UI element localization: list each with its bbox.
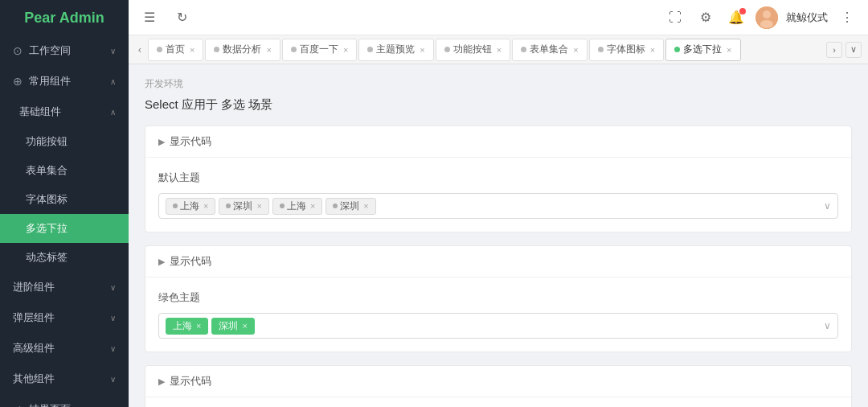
default-theme-section: 默认主题 上海 × 深圳 × 上海 × xyxy=(145,158,851,232)
tab-label: 字体图标 xyxy=(607,43,645,56)
content-area: 开发环境 Select 应用于 多选 场景 ▶ 显示代码 默认主题 上海 × xyxy=(129,64,868,407)
select-dropdown-icon: ∨ xyxy=(824,200,831,212)
tab-close-icon[interactable]: × xyxy=(573,45,578,55)
sidebar-item-result[interactable]: ✓ 结果页面 ∨ xyxy=(0,394,129,407)
tag-dot-icon xyxy=(173,204,178,208)
tab-label: 功能按钮 xyxy=(453,43,492,56)
env-label: 开发环境 xyxy=(145,77,852,91)
tab-字体图标[interactable]: 字体图标× xyxy=(589,39,664,61)
workspace-icon: ⊙ xyxy=(13,44,23,57)
username-button[interactable]: 就鲸仪式 xyxy=(786,10,828,25)
bell-icon[interactable]: 🔔 xyxy=(725,6,747,29)
toggle-arrow-icon: ▶ xyxy=(158,376,165,387)
page-title: Select 应用于 多选 场景 xyxy=(145,97,852,113)
general-theme-section: 通用主题 上海 × 深圳 × ∨ xyxy=(145,397,851,407)
tabs-list: 首页×数据分析×百度一下×主题预览×功能按钮×表单集合×字体图标×多选下拉× xyxy=(148,39,826,61)
tag-shenzhen-green: 深圳 × xyxy=(211,318,254,335)
tab-功能按钮[interactable]: 功能按钮× xyxy=(436,39,510,61)
toggle-arrow-icon: ▶ xyxy=(158,137,165,147)
tab-首页[interactable]: 首页× xyxy=(148,39,203,61)
tab-dot-icon xyxy=(444,47,450,52)
tag-close-icon[interactable]: × xyxy=(203,201,208,211)
sidebar-item-label: 工作空间 xyxy=(29,43,104,58)
sidebar-item-form-set[interactable]: 表单集合 xyxy=(0,156,129,185)
settings-icon[interactable]: ⚙ xyxy=(694,6,717,29)
sidebar-item-func-btn[interactable]: 功能按钮 xyxy=(0,127,129,156)
tab-表单集合[interactable]: 表单集合× xyxy=(512,39,587,61)
sidebar-item-modal[interactable]: 弹层组件 ∨ xyxy=(0,302,129,333)
green-theme-select[interactable]: 上海 × 深圳 × ∨ xyxy=(158,313,838,339)
sidebar-item-advanced[interactable]: 进阶组件 ∨ xyxy=(0,272,129,302)
tag-close-icon[interactable]: × xyxy=(196,321,201,331)
tab-多选下拉[interactable]: 多选下拉× xyxy=(665,39,740,61)
fullscreen-icon[interactable]: ⛶ xyxy=(664,6,686,29)
tab-dot-icon xyxy=(598,47,604,52)
svg-point-1 xyxy=(763,10,771,18)
sidebar-item-dynamic-tag[interactable]: 动态标签 xyxy=(0,243,129,272)
tabs-scroll-down[interactable]: ∨ xyxy=(845,42,862,58)
tab-close-icon[interactable]: × xyxy=(727,45,731,55)
tabs-scroll-right[interactable]: › xyxy=(826,42,842,58)
sidebar-item-common[interactable]: ⊕ 常用组件 ∧ xyxy=(0,66,129,97)
chevron-up-icon: ∧ xyxy=(110,108,116,117)
green-theme-card: ▶ 显示代码 绿色主题 上海 × 深圳 × ∨ xyxy=(145,245,852,352)
tab-dot-icon xyxy=(214,47,219,52)
sidebar-item-basic[interactable]: 基础组件 ∧ xyxy=(0,97,129,127)
main-area: ☰ ↻ ⛶ ⚙ 🔔 就鲸仪 xyxy=(129,0,868,407)
sidebar-item-high-level[interactable]: 高级组件 ∨ xyxy=(0,333,129,364)
notification-badge xyxy=(739,8,746,14)
tag-shanghai-green: 上海 × xyxy=(166,318,208,335)
tag-dot-icon xyxy=(226,204,231,208)
tag-close-icon[interactable]: × xyxy=(363,201,368,211)
tag-shanghai-2: 上海 × xyxy=(272,198,322,215)
tab-dot-icon xyxy=(367,47,373,52)
tab-close-icon[interactable]: × xyxy=(650,45,655,55)
tab-close-icon[interactable]: × xyxy=(343,45,348,55)
refresh-icon[interactable]: ↻ xyxy=(170,6,193,29)
select-dropdown-icon: ∨ xyxy=(824,320,831,331)
chevron-down-icon: ∨ xyxy=(110,47,116,56)
default-theme-select[interactable]: 上海 × 深圳 × 上海 × 深圳 xyxy=(158,193,838,219)
more-icon[interactable]: ⋮ xyxy=(836,6,858,29)
tab-百度一下[interactable]: 百度一下× xyxy=(282,39,357,61)
tab-label: 多选下拉 xyxy=(683,43,722,56)
tag-dot-icon xyxy=(333,204,338,208)
tag-close-icon[interactable]: × xyxy=(310,201,315,211)
tabsbar: ‹ 首页×数据分析×百度一下×主题预览×功能按钮×表单集合×字体图标×多选下拉×… xyxy=(129,35,868,64)
tab-dot-icon xyxy=(521,47,526,52)
tab-close-icon[interactable]: × xyxy=(266,45,271,55)
tab-close-icon[interactable]: × xyxy=(497,45,502,55)
tab-dot-icon xyxy=(291,47,297,52)
tab-label: 数据分析 xyxy=(223,43,261,56)
tag-close-icon[interactable]: × xyxy=(242,321,247,331)
chevron-up-icon: ∧ xyxy=(110,77,116,86)
tab-nav-prev[interactable]: ‹ xyxy=(132,39,148,61)
tab-主题预览[interactable]: 主题预览× xyxy=(358,39,433,61)
sidebar-item-font-icon[interactable]: 字体图标 xyxy=(0,185,129,214)
tag-close-icon[interactable]: × xyxy=(256,201,261,211)
sidebar-item-other[interactable]: 其他组件 ∨ xyxy=(0,364,129,394)
expand-icon[interactable]: ☰ xyxy=(138,6,161,29)
sidebar-item-multi-select[interactable]: 多选下拉 xyxy=(0,214,129,243)
svg-point-2 xyxy=(760,20,773,28)
code-toggle-green[interactable]: ▶ 显示代码 xyxy=(145,246,851,278)
avatar[interactable] xyxy=(755,6,778,29)
tab-close-icon[interactable]: × xyxy=(420,45,424,55)
default-theme-card: ▶ 显示代码 默认主题 上海 × 深圳 × xyxy=(145,125,852,232)
code-toggle-default[interactable]: ▶ 显示代码 xyxy=(145,126,851,158)
tab-label: 主题预览 xyxy=(376,43,415,56)
toggle-arrow-icon: ▶ xyxy=(158,257,165,267)
tab-dot-icon xyxy=(674,47,680,52)
chevron-down-icon: ∨ xyxy=(110,375,116,384)
tab-label: 表单集合 xyxy=(530,43,568,56)
code-toggle-general[interactable]: ▶ 显示代码 xyxy=(145,366,851,397)
sidebar: Pear Admin ⊙ 工作空间 ∨ ⊕ 常用组件 ∧ 基础组件 ∧ 功能按钮… xyxy=(0,0,129,407)
tab-数据分析[interactable]: 数据分析× xyxy=(205,39,280,61)
tab-close-icon[interactable]: × xyxy=(190,45,194,55)
topbar: ☰ ↻ ⛶ ⚙ 🔔 就鲸仪 xyxy=(129,0,868,35)
settings-icon: ⊕ xyxy=(13,75,23,88)
chevron-down-icon: ∨ xyxy=(110,283,116,292)
sidebar-item-workspace[interactable]: ⊙ 工作空间 ∨ xyxy=(0,35,129,66)
topbar-right: ⛶ ⚙ 🔔 就鲸仪式 ⋮ xyxy=(664,6,858,29)
tab-label: 首页 xyxy=(166,43,185,56)
